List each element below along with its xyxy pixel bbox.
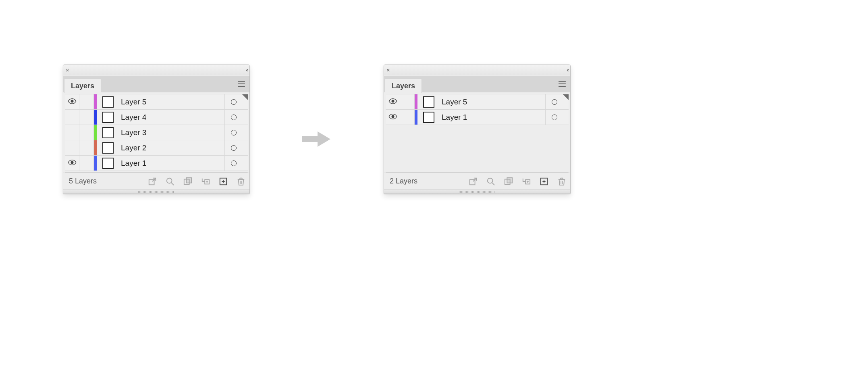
layer-color-bar	[415, 110, 417, 125]
target-icon	[552, 115, 557, 120]
flyout-menu-icon[interactable]	[554, 76, 570, 92]
visibility-toggle[interactable]	[65, 156, 79, 171]
delete-layer-icon[interactable]	[237, 177, 245, 186]
lock-toggle[interactable]	[79, 125, 94, 140]
layer-count-label: 5 Layers	[69, 177, 97, 185]
layer-thumbnail[interactable]	[97, 125, 119, 140]
layers-panel-after: ×‹‹LayersLayer 5Layer 12 Layers	[384, 65, 571, 194]
visibility-toggle[interactable]	[386, 94, 400, 109]
target-button[interactable]	[224, 125, 242, 140]
thumbnail-swatch	[102, 112, 114, 123]
lock-toggle[interactable]	[79, 140, 94, 155]
flyout-menu-icon[interactable]	[233, 76, 249, 92]
layer-thumbnail[interactable]	[97, 156, 119, 171]
layer-row[interactable]: Layer 3	[65, 125, 248, 140]
layer-name[interactable]: Layer 1	[440, 110, 545, 125]
layer-row[interactable]: Layer 1	[65, 156, 248, 171]
close-icon[interactable]: ×	[66, 67, 69, 73]
tab-label: Layers	[392, 82, 415, 90]
locate-object-icon[interactable]	[486, 177, 495, 186]
layer-row[interactable]: Layer 1	[386, 110, 569, 125]
collect-export-icon[interactable]	[148, 177, 157, 186]
visibility-toggle[interactable]	[65, 140, 79, 155]
clipping-mask-icon[interactable]	[504, 177, 513, 186]
panel-titlebar: ×‹‹	[63, 65, 249, 75]
tab-label: Layers	[71, 82, 94, 90]
layer-name[interactable]: Layer 1	[119, 156, 224, 171]
layer-name[interactable]: Layer 2	[119, 140, 224, 155]
layer-row[interactable]: Layer 4	[65, 110, 248, 125]
layer-row[interactable]: Layer 2	[65, 140, 248, 156]
target-button[interactable]	[224, 140, 242, 155]
layer-count-label: 2 Layers	[390, 177, 417, 185]
collect-export-icon[interactable]	[469, 177, 478, 186]
visibility-toggle[interactable]	[65, 125, 79, 140]
tab-bar: Layers	[384, 75, 570, 92]
panel-footer: 2 Layers	[384, 173, 570, 190]
target-icon	[552, 99, 557, 105]
layer-thumbnail[interactable]	[97, 94, 119, 109]
layer-name[interactable]: Layer 5	[119, 94, 224, 109]
tab-layers[interactable]: Layers	[64, 79, 101, 93]
layer-color-bar	[94, 140, 97, 155]
target-button[interactable]	[224, 156, 242, 171]
thumbnail-swatch	[102, 142, 114, 154]
new-sublayer-icon[interactable]	[522, 177, 531, 186]
locate-object-icon[interactable]	[166, 177, 174, 186]
thumbnail-swatch	[102, 96, 114, 108]
layer-row[interactable]: Layer 5	[65, 94, 248, 110]
thumbnail-swatch	[102, 127, 114, 138]
new-layer-icon[interactable]	[540, 177, 548, 186]
layer-color-bar	[94, 110, 97, 125]
lock-toggle[interactable]	[400, 94, 415, 109]
layer-thumbnail[interactable]	[97, 140, 119, 155]
panel-footer: 5 Layers	[63, 173, 249, 190]
layer-thumbnail[interactable]	[417, 110, 440, 125]
new-layer-icon[interactable]	[219, 177, 228, 186]
target-button[interactable]	[224, 110, 242, 125]
layer-thumbnail[interactable]	[417, 94, 440, 109]
layer-thumbnail[interactable]	[97, 110, 119, 125]
layer-color-bar	[94, 125, 97, 140]
resize-grip[interactable]	[63, 190, 249, 194]
close-icon[interactable]: ×	[386, 67, 390, 73]
tab-bar: Layers	[63, 75, 249, 92]
layer-color-bar	[415, 94, 417, 109]
tab-layers[interactable]: Layers	[385, 79, 422, 93]
resize-grip[interactable]	[384, 190, 570, 194]
visibility-toggle[interactable]	[65, 94, 79, 109]
lock-toggle[interactable]	[79, 110, 94, 125]
target-button[interactable]	[545, 110, 563, 125]
delete-layer-icon[interactable]	[557, 177, 566, 186]
layers-panel-before: ×‹‹LayersLayer 5Layer 4Layer 3Layer 2Lay…	[63, 65, 250, 194]
eye-icon	[68, 160, 77, 167]
layer-color-bar	[94, 94, 97, 109]
eye-icon	[388, 114, 397, 121]
layer-name[interactable]: Layer 5	[440, 94, 545, 109]
lock-toggle[interactable]	[400, 110, 415, 125]
target-icon	[231, 130, 237, 135]
target-icon	[231, 115, 237, 120]
visibility-toggle[interactable]	[386, 110, 400, 125]
target-icon	[231, 160, 237, 166]
target-button[interactable]	[224, 94, 242, 109]
layer-list: Layer 5Layer 4Layer 3Layer 2Layer 1	[65, 94, 248, 173]
collapse-icon[interactable]: ‹‹	[567, 67, 568, 73]
new-sublayer-icon[interactable]	[201, 177, 210, 186]
panel-titlebar: ×‹‹	[384, 65, 570, 75]
clipping-mask-icon[interactable]	[183, 177, 192, 186]
layer-name[interactable]: Layer 3	[119, 125, 224, 140]
visibility-toggle[interactable]	[65, 110, 79, 125]
layer-row[interactable]: Layer 5	[386, 94, 569, 110]
lock-toggle[interactable]	[79, 156, 94, 171]
collapse-icon[interactable]: ‹‹	[246, 67, 247, 73]
target-icon	[231, 99, 237, 105]
eye-icon	[68, 98, 77, 106]
arrow-icon	[302, 129, 330, 151]
target-button[interactable]	[545, 94, 563, 109]
lock-toggle[interactable]	[79, 94, 94, 109]
layer-color-bar	[94, 156, 97, 171]
layer-name[interactable]: Layer 4	[119, 110, 224, 125]
eye-icon	[388, 98, 397, 106]
scroll-corner-icon	[563, 94, 569, 100]
